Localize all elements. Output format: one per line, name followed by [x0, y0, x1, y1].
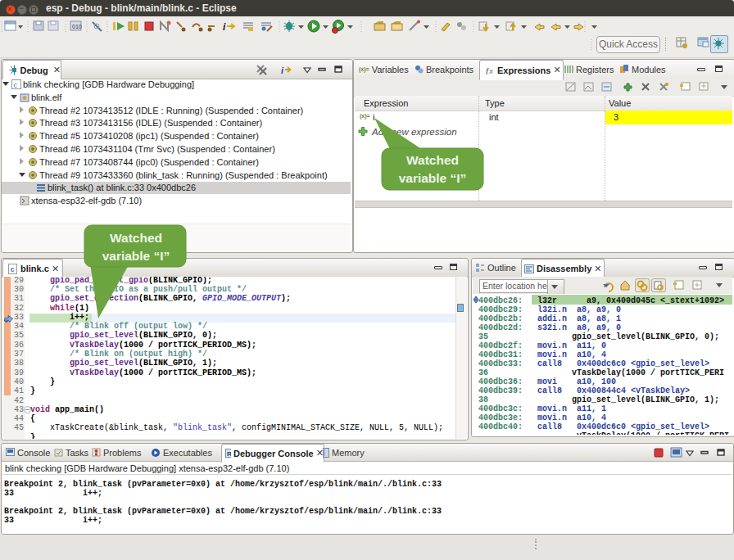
svg-text:i: i: [281, 65, 284, 75]
svg-text:ƒx: ƒx: [485, 67, 494, 75]
svg-text:c: c: [11, 265, 15, 273]
svg-text:010: 010: [72, 24, 82, 29]
svg-text:i: i: [223, 21, 226, 33]
svg-text:c: c: [14, 81, 18, 89]
svg-text:R: R: [227, 450, 231, 458]
